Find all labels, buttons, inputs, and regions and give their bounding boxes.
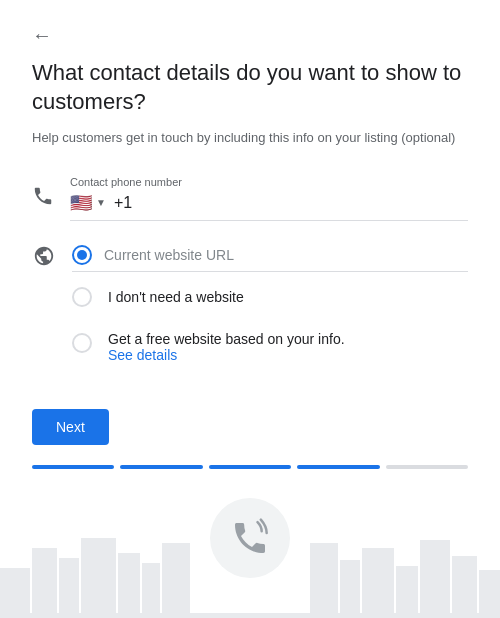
svg-rect-13 bbox=[479, 570, 500, 618]
radio-selected-dot bbox=[77, 250, 87, 260]
back-arrow-icon: ← bbox=[32, 24, 52, 47]
svg-rect-5 bbox=[142, 563, 160, 618]
phone-input[interactable] bbox=[140, 194, 468, 212]
svg-rect-6 bbox=[162, 543, 190, 618]
back-button[interactable]: ← bbox=[32, 24, 52, 47]
svg-rect-2 bbox=[59, 558, 79, 618]
svg-rect-8 bbox=[340, 560, 360, 618]
svg-rect-4 bbox=[118, 553, 140, 618]
phone-row: 🇺🇸 ▼ +1 bbox=[70, 192, 468, 221]
page-subtitle: Help customers get in touch by including… bbox=[32, 128, 468, 148]
phone-icon bbox=[32, 185, 54, 213]
radio-no-website[interactable] bbox=[72, 287, 92, 307]
svg-rect-10 bbox=[396, 566, 418, 618]
country-selector[interactable]: 🇺🇸 ▼ bbox=[70, 192, 106, 214]
see-details-link[interactable]: See details bbox=[108, 347, 345, 363]
svg-rect-0 bbox=[0, 568, 30, 618]
phone-label: Contact phone number bbox=[70, 176, 468, 188]
illustration-section bbox=[0, 458, 500, 618]
radio-current-website[interactable] bbox=[72, 245, 92, 265]
svg-rect-9 bbox=[362, 548, 394, 618]
dropdown-arrow-icon: ▼ bbox=[96, 197, 106, 208]
svg-rect-11 bbox=[420, 540, 450, 618]
phone-illustration-icon bbox=[230, 518, 270, 558]
svg-rect-12 bbox=[452, 556, 477, 618]
website-option-current: Current website URL bbox=[32, 245, 468, 273]
svg-rect-14 bbox=[0, 613, 500, 618]
website-option-none: I don't need a website bbox=[72, 273, 468, 321]
phone-section: Contact phone number 🇺🇸 ▼ +1 bbox=[32, 176, 468, 221]
website-option-free: Get a free website based on your info. S… bbox=[72, 321, 468, 377]
phone-prefix: +1 bbox=[114, 194, 132, 212]
svg-rect-1 bbox=[32, 548, 57, 618]
no-website-label: I don't need a website bbox=[108, 289, 244, 305]
current-url-placeholder[interactable]: Current website URL bbox=[104, 247, 468, 263]
globe-icon bbox=[32, 245, 56, 273]
radio-free-website[interactable] bbox=[72, 333, 92, 353]
next-button[interactable]: Next bbox=[32, 409, 109, 445]
current-url-row: Current website URL bbox=[72, 245, 468, 272]
website-section: Current website URL I don't need a websi… bbox=[32, 245, 468, 377]
svg-rect-3 bbox=[81, 538, 116, 618]
free-website-label: Get a free website based on your info. bbox=[108, 331, 345, 347]
phone-input-group: Contact phone number 🇺🇸 ▼ +1 bbox=[70, 176, 468, 221]
free-website-text-group: Get a free website based on your info. S… bbox=[108, 331, 345, 363]
page-title: What contact details do you want to show… bbox=[32, 59, 468, 116]
phone-illustration-circle bbox=[210, 498, 290, 578]
svg-rect-7 bbox=[310, 543, 338, 618]
flag-emoji: 🇺🇸 bbox=[70, 192, 92, 214]
